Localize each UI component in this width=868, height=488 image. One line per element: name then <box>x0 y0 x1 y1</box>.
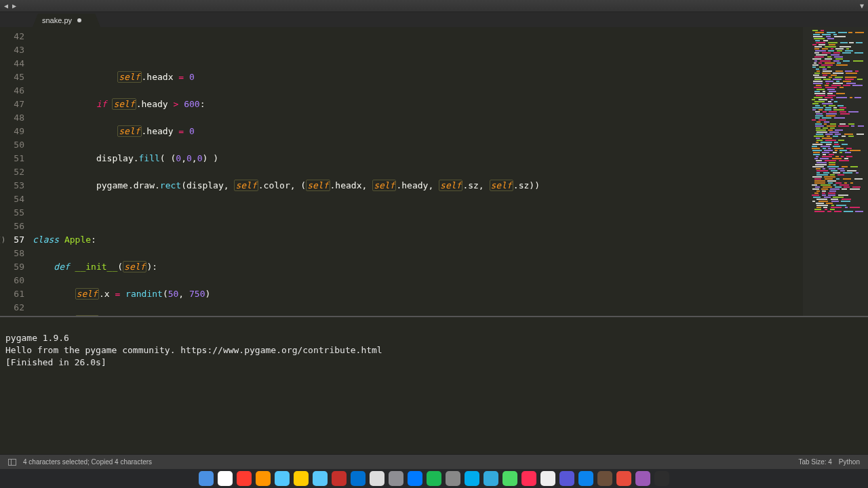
nav-back-icon[interactable]: ◀ <box>4 2 8 9</box>
dock-app-icon[interactable] <box>427 471 441 486</box>
dock-app-icon[interactable] <box>332 471 347 486</box>
dock-app-icon[interactable] <box>635 471 650 486</box>
dock-app-icon[interactable] <box>294 471 309 486</box>
dock-app-icon[interactable] <box>654 471 669 486</box>
tab-size-indicator[interactable]: Tab Size: 4 <box>798 458 831 466</box>
dock-app-icon[interactable] <box>446 471 460 486</box>
build-output-panel[interactable]: pygame 1.9.6 Hello from the pygame commu… <box>0 316 868 454</box>
dock-app-icon[interactable] <box>199 471 214 486</box>
chevron-down-icon[interactable]: ▼ <box>860 2 864 9</box>
dock-app-icon[interactable] <box>351 471 366 486</box>
macos-dock <box>0 469 868 488</box>
dock-app-icon[interactable] <box>313 471 328 486</box>
dock-app-icon[interactable] <box>521 471 536 486</box>
nav-forward-icon[interactable]: ▶ <box>12 2 16 9</box>
tab-bar: snake.py <box>0 12 868 27</box>
dock-app-icon[interactable] <box>370 471 384 486</box>
dock-app-icon[interactable] <box>465 471 479 486</box>
code-editor[interactable]: 42 43 44 45 46 47 48 49 50 51 52 53 54 5… <box>0 27 868 316</box>
dock-app-icon[interactable] <box>559 471 574 486</box>
dock-app-icon[interactable] <box>540 471 555 486</box>
dock-app-icon[interactable] <box>389 471 403 486</box>
editor-main: 42 43 44 45 46 47 48 49 50 51 52 53 54 5… <box>0 27 868 454</box>
dock-app-icon[interactable] <box>502 471 517 486</box>
tab-label: snake.py <box>42 16 72 24</box>
dock-app-icon[interactable] <box>237 471 252 486</box>
dock-app-icon[interactable] <box>597 471 612 486</box>
dock-app-icon[interactable] <box>408 471 422 486</box>
syntax-indicator[interactable]: Python <box>839 458 860 466</box>
dock-app-icon[interactable] <box>275 471 290 486</box>
console-line: pygame 1.9.6 <box>5 333 69 343</box>
minimap[interactable] <box>803 27 868 316</box>
dock-app-icon[interactable] <box>616 471 631 486</box>
dock-app-icon[interactable] <box>218 471 233 486</box>
code-content[interactable]: self.headx = 0 if self.heady > 600: self… <box>33 27 803 316</box>
line-gutter: 42 43 44 45 46 47 48 49 50 51 52 53 54 5… <box>0 27 33 316</box>
panel-switcher-icon[interactable] <box>8 459 16 466</box>
dock-app-icon[interactable] <box>256 471 271 486</box>
status-bar: 4 characters selected; Copied 4 characte… <box>0 454 868 469</box>
console-line: [Finished in 26.0s] <box>5 357 106 367</box>
unsaved-indicator-icon <box>77 18 81 22</box>
window-titlebar: ◀ ▶ ▼ <box>0 0 868 12</box>
dock-app-icon[interactable] <box>578 471 593 486</box>
console-line: Hello from the pygame community. https:/… <box>5 345 382 355</box>
dock-app-icon[interactable] <box>484 471 498 486</box>
tab-file[interactable]: snake.py <box>33 14 100 27</box>
status-message: 4 characters selected; Copied 4 characte… <box>23 458 152 466</box>
